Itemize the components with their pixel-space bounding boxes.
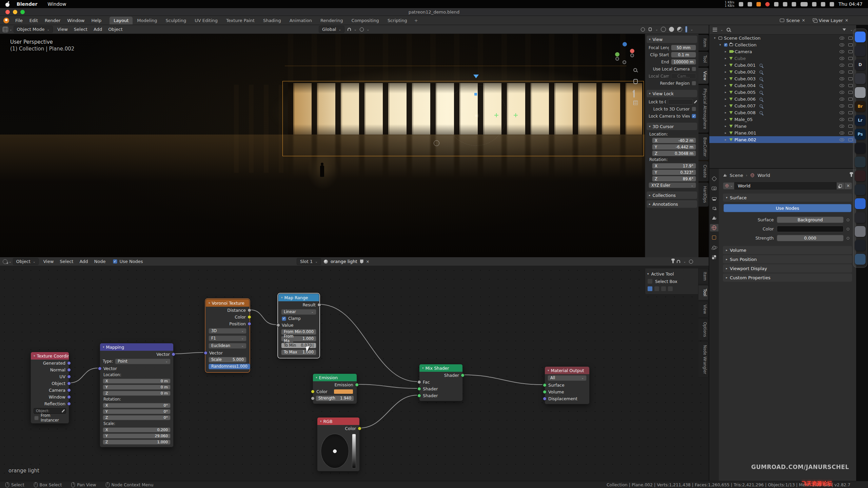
- gizmo-neg-y-axis[interactable]: [630, 54, 634, 57]
- outliner-row[interactable]: ▸ Cube.002: [709, 68, 856, 75]
- hide-viewport-icon[interactable]: [840, 118, 844, 121]
- output-target-dropdown[interactable]: All⌄: [548, 375, 587, 381]
- outliner-row[interactable]: ▸ Camera: [709, 48, 856, 55]
- disable-render-icon[interactable]: [848, 125, 853, 128]
- cursor-location-field[interactable]: Y-6.442 m: [652, 144, 696, 150]
- outliner-row[interactable]: ▸ Male_05: [709, 116, 856, 123]
- dock-app-icon[interactable]: Ps: [855, 129, 866, 140]
- hide-viewport-icon[interactable]: [840, 70, 844, 74]
- mapping-location-field[interactable]: Y0 m: [103, 385, 171, 390]
- disable-render-icon[interactable]: [848, 84, 853, 87]
- use-local-camera-checkbox[interactable]: [692, 67, 696, 71]
- output-socket[interactable]: [67, 395, 71, 399]
- outliner-item-label[interactable]: Cube.006: [734, 97, 756, 102]
- disable-render-icon[interactable]: [848, 43, 853, 46]
- disable-render-icon[interactable]: [848, 98, 853, 101]
- mapping-type-dropdown[interactable]: Point⌄: [115, 359, 171, 364]
- dock-app-icon[interactable]: D: [855, 59, 866, 70]
- proportional-editing-icon[interactable]: [360, 27, 364, 32]
- shader-editor-menu[interactable]: Select: [57, 258, 76, 265]
- editor-type-chevron-icon[interactable]: ⌄: [721, 28, 723, 32]
- tray-icon[interactable]: [765, 2, 770, 6]
- workspace-tab[interactable]: Compositing: [347, 17, 383, 24]
- mapping-rotation-field[interactable]: Y0°: [103, 409, 171, 414]
- node-input-row[interactable]: Fac: [419, 379, 462, 385]
- camera-view-icon[interactable]: [633, 90, 635, 98]
- node-input-row[interactable]: Displacement: [545, 395, 589, 402]
- world-name-field[interactable]: World: [734, 182, 836, 189]
- topbar-menu[interactable]: Render: [41, 17, 64, 24]
- disable-render-icon[interactable]: [848, 64, 853, 67]
- topbar-menu[interactable]: File: [12, 17, 26, 24]
- node-output-row[interactable]: Distance: [206, 307, 249, 313]
- dock-app-icon[interactable]: [855, 212, 866, 223]
- minimize-window-button[interactable]: [13, 10, 17, 14]
- dock-app-icon[interactable]: [855, 184, 866, 195]
- mapping-scale-field[interactable]: Y29.060: [103, 433, 171, 439]
- expand-icon[interactable]: ▸: [724, 138, 728, 141]
- properties-tab[interactable]: [710, 253, 718, 261]
- sidebar-tab[interactable]: Tool: [698, 52, 709, 66]
- outliner-row[interactable]: ▸ Cube.006: [709, 96, 856, 102]
- unlink-scene-icon[interactable]: ×: [802, 18, 805, 22]
- clip-start-field[interactable]: 0.1 m: [671, 52, 696, 58]
- expand-icon[interactable]: ▸: [724, 57, 728, 60]
- outliner-item-label[interactable]: Cube.003: [734, 76, 756, 81]
- sidebar-tab[interactable]: Tool: [698, 285, 709, 300]
- editor-type-chevron-icon[interactable]: ⌄: [9, 260, 12, 263]
- mapping-rotation-field[interactable]: Z0°: [103, 415, 171, 420]
- expand-icon[interactable]: ▸: [724, 97, 728, 101]
- gizmo-neg-x-axis[interactable]: [615, 57, 619, 61]
- hide-viewport-icon[interactable]: [840, 77, 844, 80]
- outliner-item-label[interactable]: Cube: [734, 56, 746, 61]
- unlink-world-button[interactable]: ×: [844, 182, 852, 189]
- cursor-location-field[interactable]: X-40.2 m: [652, 138, 696, 143]
- cursor-rotation-field[interactable]: Z89.6°: [652, 176, 696, 182]
- use-nodes-button[interactable]: Use Nodes: [724, 204, 851, 212]
- output-socket[interactable]: [461, 373, 465, 377]
- focal-length-field[interactable]: 50 mm: [671, 45, 696, 50]
- color-wheel[interactable]: [321, 434, 349, 468]
- gizmo-y-axis[interactable]: [615, 52, 619, 57]
- viewport-menu[interactable]: Object: [105, 26, 125, 33]
- collapsed-panel-header[interactable]: ▸Volume: [723, 246, 852, 254]
- view-panel-header[interactable]: ▾ View: [647, 36, 697, 43]
- filter-chevron-icon[interactable]: ⌄: [850, 28, 853, 32]
- pan-icon[interactable]: [633, 79, 638, 84]
- dock-app-icon[interactable]: [855, 254, 866, 265]
- sidebar-tab[interactable]: View: [698, 67, 709, 84]
- sidebar-tab[interactable]: Item: [698, 35, 709, 51]
- expand-icon[interactable]: ▸: [724, 104, 728, 107]
- outliner-row[interactable]: ▸ Plane.002: [709, 136, 856, 143]
- sidebar-tab[interactable]: Physical Atmosphere: [698, 85, 709, 133]
- expand-icon[interactable]: ▸: [724, 70, 728, 74]
- dock-app-icon[interactable]: Lr: [855, 115, 866, 126]
- expand-icon[interactable]: ▸: [724, 90, 728, 94]
- input-socket[interactable]: [543, 390, 547, 394]
- shader-editor-menu[interactable]: Node: [91, 258, 109, 265]
- from-instancer-checkbox[interactable]: [34, 416, 39, 420]
- input-socket[interactable]: [276, 323, 280, 327]
- node-input-row[interactable]: Shader: [419, 385, 462, 392]
- sidebar-tab[interactable]: Item: [698, 268, 709, 284]
- workspace-tab[interactable]: Shading: [259, 17, 285, 24]
- node-output-row[interactable]: Emission: [313, 381, 357, 388]
- tray-icon[interactable]: [792, 2, 796, 6]
- voronoi-randomness-slider[interactable]: Randomness1.000: [209, 364, 250, 369]
- outliner-row[interactable]: ▸ Cube.007: [709, 102, 856, 109]
- outliner-row[interactable]: ▸ Plane: [709, 123, 856, 129]
- output-socket[interactable]: [67, 375, 71, 379]
- menubar-clock[interactable]: Thu 04:47: [839, 1, 863, 7]
- scene-selector[interactable]: Scene ×: [780, 18, 805, 23]
- disable-render-icon[interactable]: [848, 138, 853, 141]
- outliner-item-label[interactable]: Camera: [735, 49, 752, 54]
- outliner-row[interactable]: ▸ Cube.005: [709, 89, 856, 96]
- remove-view-layer-icon[interactable]: ×: [845, 18, 848, 22]
- tray-icon[interactable]: [748, 2, 752, 6]
- disable-render-icon[interactable]: [848, 118, 853, 121]
- topbar-menu[interactable]: Help: [88, 17, 105, 24]
- properties-tab[interactable]: [710, 214, 718, 222]
- disable-render-icon[interactable]: [848, 91, 853, 94]
- node-output-row[interactable]: Generated: [31, 360, 69, 366]
- workspace-tab[interactable]: Scripting: [383, 17, 411, 24]
